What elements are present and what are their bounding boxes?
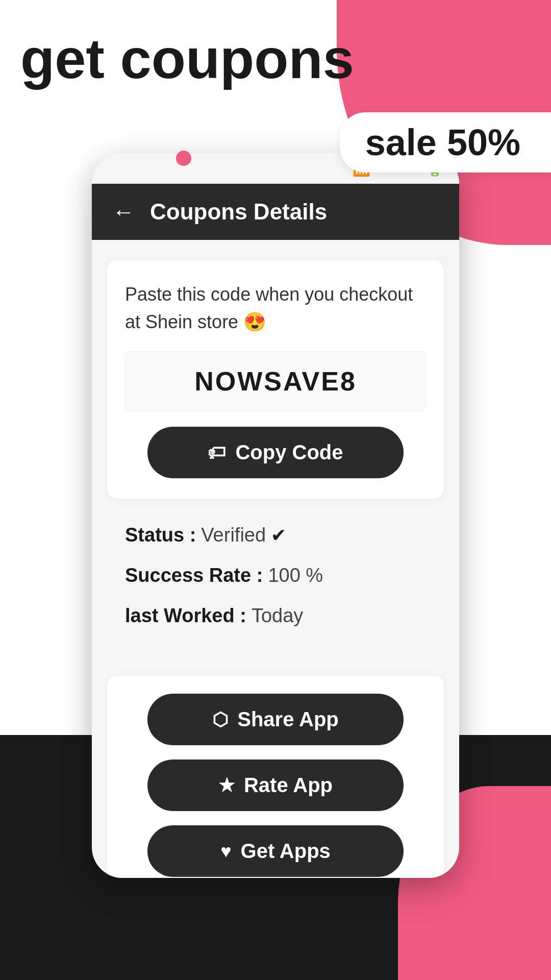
copy-code-button[interactable]: 🏷 Copy Code (147, 427, 404, 478)
header-section: get coupons (20, 31, 354, 87)
coupon-card: Paste this code when you checkout at She… (107, 260, 444, 499)
app-content: Paste this code when you checkout at She… (92, 240, 459, 671)
app-header-title: Coupons Details (150, 199, 327, 225)
status-label: Status : (125, 524, 196, 546)
get-apps-button[interactable]: ♥ Get Apps (147, 825, 404, 877)
sale-text: sale 50% (365, 122, 520, 163)
heart-icon: ♥ (220, 841, 231, 862)
back-button[interactable]: ← (112, 199, 135, 225)
copy-icon: 🏷 (208, 442, 226, 463)
star-icon: ★ (218, 775, 235, 796)
last-worked-row: last Worked : Today (125, 605, 426, 627)
status-value: Verified (201, 524, 266, 546)
last-worked-value: Today (252, 605, 303, 627)
share-icon: ⬡ (212, 709, 228, 730)
sale-badge: sale 50% (340, 112, 551, 173)
actions-card: ⬡ Share App ★ Rate App ♥ Get Apps (107, 676, 444, 878)
phone-mockup: 📶 4G 4G 🔋 ← Coupons Details Paste this c… (92, 153, 459, 878)
success-rate-label: Success Rate : (125, 565, 263, 586)
paste-instruction: Paste this code when you checkout at She… (125, 281, 426, 336)
last-worked-label: last Worked : (125, 605, 246, 627)
coupon-code-box: NOWSAVE8 (125, 351, 426, 411)
rate-app-button[interactable]: ★ Rate App (147, 760, 404, 811)
success-rate-value: 100 % (268, 565, 323, 586)
success-rate-row: Success Rate : 100 % (125, 565, 426, 586)
info-section: Status : Verified ✔ Success Rate : 100 %… (107, 504, 444, 650)
verified-check-icon: ✔ (271, 525, 286, 546)
status-row: Status : Verified ✔ (125, 524, 426, 546)
header-title: get coupons (20, 31, 354, 87)
app-header: ← Coupons Details (92, 184, 459, 240)
page-root: get coupons sale 50% 📶 4G 4G 🔋 ← Coupons… (0, 0, 551, 980)
share-app-button[interactable]: ⬡ Share App (147, 694, 404, 745)
coupon-code: NOWSAVE8 (194, 366, 357, 396)
get-apps-label: Get Apps (241, 840, 331, 863)
copy-code-label: Copy Code (235, 441, 343, 464)
decorative-dot (176, 151, 191, 166)
share-app-label: Share App (237, 708, 339, 731)
rate-app-label: Rate App (244, 774, 333, 797)
